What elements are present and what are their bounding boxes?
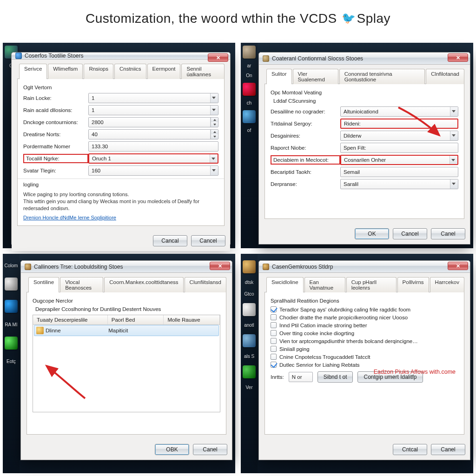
trtdaiinal-field[interactable]: Rideni:	[340, 119, 458, 129]
app-icon[interactable]	[243, 260, 256, 273]
list-item[interactable]: Dlinne Mapiticit	[34, 325, 219, 336]
ok-button[interactable]: OBK	[155, 444, 189, 455]
spin-down-icon[interactable]	[211, 134, 218, 139]
svatar-combo[interactable]: 160	[88, 165, 218, 176]
app-icon[interactable]	[243, 46, 256, 59]
tab-1[interactable]: Vler Sualenemd	[293, 69, 338, 84]
tab-3[interactable]: Cnstniics	[114, 64, 146, 79]
pordermatte-field[interactable]: 133.30	[88, 141, 218, 152]
close-icon[interactable]: ✕	[448, 262, 468, 270]
cancel-button[interactable]: Cancel	[191, 235, 225, 246]
listview[interactable]: Tuaaty Descerpieslile Paorl Bed Molle Ra…	[33, 315, 220, 412]
field-value: N or	[292, 374, 302, 380]
field-label: Rain acald dllosions:	[23, 107, 88, 113]
tab-1[interactable]: Ean Vamatnue	[304, 277, 345, 292]
ok-button[interactable]: OK	[355, 228, 389, 239]
checkbox-icon[interactable]	[271, 354, 277, 360]
sub-label: Lddaf CScunrsing	[273, 98, 458, 104]
spin-value: 40	[92, 132, 98, 137]
checkbox-icon[interactable]	[271, 306, 277, 312]
checkbox-icon[interactable]	[271, 338, 277, 344]
app-icon[interactable]	[243, 303, 256, 316]
dnckoge-spin[interactable]: 2800	[88, 117, 218, 127]
sibnd-button[interactable]: Sibnd t ot	[317, 371, 353, 383]
spin-up-icon[interactable]	[211, 130, 218, 134]
tab-3[interactable]: Polllvirns	[397, 277, 429, 292]
checkbox-icon[interactable]	[271, 330, 277, 336]
spin-down-icon[interactable]	[211, 122, 218, 127]
logging-label: logling	[23, 182, 218, 187]
checkbox-row[interactable]: Chodier dratte the marle propicılkerooti…	[271, 314, 458, 320]
titlebar[interactable]: Coateranl Contionrnal Slocss Stooes ✕	[259, 53, 470, 65]
col-header[interactable]: Tuaaty Descerpieslile	[33, 315, 108, 324]
dreatirse-spin[interactable]: 40	[88, 129, 218, 139]
close-icon[interactable]: ✕	[208, 53, 228, 62]
tab-4[interactable]: Harrcekov	[430, 277, 464, 292]
check-label: Teradlor Sapng ays' olubrdking caling fr…	[279, 307, 410, 312]
checkbox-row[interactable]: Cnine Cnpotelcss Trogucaddetl Tatcclt	[271, 354, 458, 360]
app-icon[interactable]	[243, 365, 256, 378]
tab-1[interactable]: Wlimeflsm	[48, 64, 83, 79]
cancel-button[interactable]: Cancel	[393, 228, 427, 239]
checkbox-row[interactable]: Over tting cooke incke diogrting	[271, 330, 458, 336]
tab-2[interactable]: Cononrad tensirivna Gontustdione	[339, 69, 425, 84]
tab-2[interactable]: Coorn.Mankex.coolttidtaness	[104, 277, 183, 292]
close-icon[interactable]: ✕	[210, 262, 230, 270]
rain-acald-combo[interactable]: 1	[88, 105, 218, 115]
tab-3[interactable]: Clnfilotanad	[426, 69, 464, 84]
inrtts-field[interactable]: N or	[289, 372, 313, 382]
titlebar[interactable]: Callinoers Trse: Loobuldsiting Stoes ✕	[21, 261, 232, 273]
checkbox-row[interactable]: Siniiall pging	[271, 346, 458, 352]
app-icon[interactable]	[243, 110, 256, 123]
cancel-button[interactable]: Cntcal	[393, 444, 427, 455]
red-watermark: Eadzon Piuks Affows with.come	[374, 369, 456, 375]
close-icon[interactable]: ✕	[448, 53, 468, 62]
cancel-button[interactable]: Cancal	[153, 235, 187, 246]
spin-up-icon[interactable]	[211, 118, 218, 122]
checkbox-icon[interactable]	[271, 322, 277, 328]
tab-0[interactable]: Sontiline	[28, 277, 59, 292]
tocalill-combo[interactable]: Oruch 1	[88, 153, 218, 164]
checkbox-row[interactable]: Vien tor arptcomgapdiunthir trherds bolc…	[271, 338, 458, 344]
tab-2[interactable]: Cup pHarll leolenrs	[346, 277, 397, 292]
app-icon[interactable]	[243, 334, 256, 347]
becariptid-field[interactable]: Semail	[340, 167, 458, 177]
help-link[interactable]: Drenion Honcle dNdMe Ierne Soplipitiore	[23, 215, 116, 220]
desgainires-combo[interactable]: Dilderw	[340, 131, 458, 141]
checkbox-row[interactable]: Teradlor Sapng ays' olubrdking caling fr…	[271, 306, 458, 312]
tab-1[interactable]: Vlocal Beanosces	[60, 277, 103, 292]
app-icon[interactable]	[5, 278, 18, 291]
tab-service[interactable]: Serivce	[19, 64, 47, 79]
checkbox-icon[interactable]	[271, 362, 277, 368]
deciabiem-combo[interactable]: Cosnarilen Onher	[340, 155, 458, 165]
tab-0[interactable]: Swcidloline	[266, 277, 304, 292]
checkbox-icon[interactable]	[271, 346, 277, 352]
tab-3[interactable]: Clunfiitslansd	[185, 277, 226, 292]
check-label: Innd Ptil Cation imacle stroring better	[279, 323, 367, 328]
app-icon[interactable]	[243, 83, 256, 96]
derpranse-combo[interactable]: Saralil	[340, 179, 458, 189]
raporct-field[interactable]: Spen Filt:	[340, 143, 458, 153]
field-value: Semail	[344, 169, 360, 175]
tab-0[interactable]: Sulitor	[266, 69, 292, 84]
checkbox-row[interactable]: Innd Ptil Cation imacle stroring better	[271, 322, 458, 328]
cancel-button[interactable]: Canel	[431, 228, 465, 239]
tab-2[interactable]: Rnsiops	[84, 64, 113, 79]
tab-4[interactable]: Eermpont	[147, 64, 181, 79]
checkbox-icon[interactable]	[271, 314, 277, 320]
titlebar[interactable]: Coserfos Tootilie Stoers ✕	[12, 53, 230, 60]
desaililne-combo[interactable]: Altunioicationd	[340, 106, 458, 117]
cancel-button[interactable]: Canel	[431, 444, 465, 455]
titlebar[interactable]: CasenGemkrouos Stldrp ✕	[259, 261, 470, 273]
check-label: Chodier dratte the marle propicılkerooti…	[279, 315, 408, 320]
desc-line: Wlice paging to pny loorting consruting …	[23, 192, 129, 197]
checkbox-row[interactable]: Dutlec Senrior for Liahing Rebtats	[271, 362, 458, 368]
app-icon[interactable]	[5, 300, 18, 313]
tab-5[interactable]: Sennil úalkannes	[181, 64, 225, 79]
col-header[interactable]: Molle Rauave	[164, 315, 220, 324]
rain-locke-combo[interactable]: 1	[88, 93, 218, 103]
field-value: Spen Filt:	[344, 145, 366, 151]
cancel-button[interactable]: Canel	[193, 444, 227, 455]
col-header[interactable]: Paorl Bed	[108, 315, 164, 324]
app-icon[interactable]	[5, 337, 18, 350]
